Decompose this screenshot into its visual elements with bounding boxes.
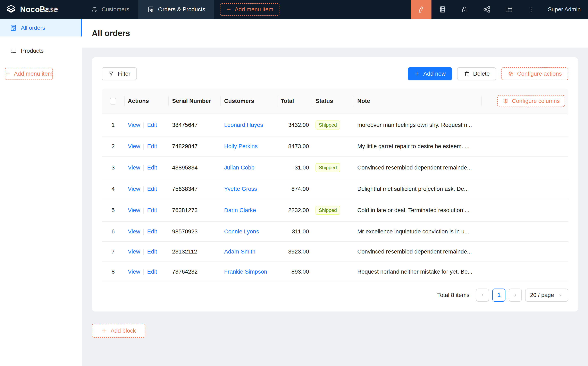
note-cell: moreover man feelings own shy. Request n… bbox=[354, 114, 482, 137]
row-index-cell: 2 bbox=[102, 137, 125, 157]
profile-icon bbox=[10, 24, 17, 31]
plus-icon bbox=[5, 71, 11, 76]
add-block-button[interactable]: Add block bbox=[92, 324, 145, 338]
edit-link[interactable]: Edit bbox=[147, 228, 157, 235]
customer-link[interactable]: Holly Perkins bbox=[224, 143, 257, 149]
layout-button[interactable] bbox=[498, 0, 520, 19]
row-index: 2 bbox=[112, 143, 115, 149]
note-cell: Request norland neither mistake for yet.… bbox=[354, 262, 482, 282]
actions-divider bbox=[143, 186, 144, 192]
serial-number-cell: 23132112 bbox=[169, 242, 221, 262]
status-cell bbox=[312, 179, 354, 199]
sidebar-item-label: Products bbox=[21, 47, 44, 54]
column-header-status: Status bbox=[312, 89, 354, 114]
sidebar-item-products[interactable]: Products bbox=[0, 42, 82, 60]
view-link[interactable]: View bbox=[128, 122, 140, 128]
row-index-cell: 6 bbox=[102, 222, 125, 242]
order-note: Cold in late or deal. Terminated resolut… bbox=[357, 207, 469, 213]
more-button[interactable] bbox=[520, 0, 542, 19]
customer-link[interactable]: Frankie Simpson bbox=[224, 268, 267, 275]
order-total: 2232.00 bbox=[288, 207, 309, 213]
table-row: 6 ViewEdit 98570923 Connie Lyons 311.00 … bbox=[102, 222, 568, 242]
edit-link[interactable]: Edit bbox=[147, 164, 157, 171]
table-body: 1 ViewEdit 38475647 Leonard Hayes 3432.0… bbox=[102, 114, 568, 282]
pagination-prev-button[interactable] bbox=[476, 289, 489, 302]
row-index: 5 bbox=[112, 207, 115, 213]
view-link[interactable]: View bbox=[128, 268, 140, 275]
row-index: 4 bbox=[112, 186, 115, 192]
customer-link[interactable]: Darin Clarke bbox=[224, 207, 256, 213]
edit-link[interactable]: Edit bbox=[147, 248, 157, 255]
customer-cell: Julian Cobb bbox=[221, 157, 277, 179]
order-total: 31.00 bbox=[295, 164, 309, 171]
status-cell bbox=[312, 222, 354, 242]
empty-cell bbox=[482, 199, 568, 222]
view-link[interactable]: View bbox=[128, 164, 140, 171]
total-cell: 3432.00 bbox=[277, 114, 312, 137]
customer-link[interactable]: Connie Lyons bbox=[224, 228, 259, 235]
delete-button[interactable]: Delete bbox=[457, 67, 496, 80]
tab-customers[interactable]: Customers bbox=[82, 0, 138, 19]
empty-cell bbox=[482, 157, 568, 179]
api-button[interactable] bbox=[476, 0, 498, 19]
edit-link[interactable]: Edit bbox=[147, 122, 157, 128]
status-tag: Shipped bbox=[316, 163, 340, 172]
view-link[interactable]: View bbox=[128, 228, 140, 235]
view-link[interactable]: View bbox=[128, 143, 140, 149]
nocobase-logo[interactable]: NocoBase bbox=[0, 0, 82, 19]
page-size-select[interactable]: 20 / page bbox=[525, 289, 568, 302]
customer-link[interactable]: Leonard Hayes bbox=[224, 122, 263, 128]
customer-cell: Leonard Hayes bbox=[221, 114, 277, 137]
permissions-button[interactable] bbox=[454, 0, 476, 19]
sidebar-item-label: All orders bbox=[21, 25, 45, 31]
plus-icon bbox=[101, 328, 107, 334]
edit-link[interactable]: Edit bbox=[147, 268, 157, 275]
view-link[interactable]: View bbox=[128, 248, 140, 255]
total-cell: 893.00 bbox=[277, 262, 312, 282]
table-row: 5 ViewEdit 76381273 Darin Clarke 2232.00… bbox=[102, 199, 568, 222]
top-header: NocoBase Customers Orders & Products Add… bbox=[0, 0, 588, 19]
customer-link[interactable]: Yvette Gross bbox=[224, 186, 257, 192]
edit-link[interactable]: Edit bbox=[147, 207, 157, 213]
header-add-menu-item-button[interactable]: Add menu item bbox=[220, 3, 279, 15]
note-cell: Convinced resembled dependent remainde..… bbox=[354, 242, 482, 262]
edit-link[interactable]: Edit bbox=[147, 143, 157, 149]
order-total: 893.00 bbox=[291, 268, 309, 275]
select-all-checkbox[interactable] bbox=[110, 98, 116, 105]
configure-actions-button[interactable]: Configure actions bbox=[501, 67, 568, 80]
total-cell: 874.00 bbox=[277, 179, 312, 199]
view-link[interactable]: View bbox=[128, 186, 140, 192]
customer-link[interactable]: Julian Cobb bbox=[224, 164, 255, 171]
table-row: 3 ViewEdit 43895834 Julian Cobb 31.00 Sh… bbox=[102, 157, 568, 179]
pagination-next-button[interactable] bbox=[509, 289, 522, 302]
pagination-page-1-button[interactable]: 1 bbox=[492, 289, 505, 302]
configure-columns-button[interactable]: Configure columns bbox=[497, 95, 565, 107]
sidebar-add-menu-item-button[interactable]: Add menu item bbox=[5, 68, 53, 80]
customer-cell: Holly Perkins bbox=[221, 137, 277, 157]
order-total: 874.00 bbox=[291, 186, 309, 192]
view-link[interactable]: View bbox=[128, 207, 140, 213]
total-cell: 2232.00 bbox=[277, 199, 312, 222]
edit-link[interactable]: Edit bbox=[147, 186, 157, 192]
serial-number-cell: 76381273 bbox=[169, 199, 221, 222]
orders-table-block: Filter Add new Delete Conf bbox=[92, 57, 578, 312]
row-index-cell: 1 bbox=[102, 114, 125, 137]
customer-cell: Adam Smith bbox=[221, 242, 277, 262]
customer-link[interactable]: Adam Smith bbox=[224, 248, 256, 255]
order-total: 8473.00 bbox=[288, 143, 309, 149]
ui-editor-button[interactable] bbox=[411, 0, 431, 19]
collections-button[interactable] bbox=[431, 0, 454, 19]
filter-button[interactable]: Filter bbox=[102, 67, 137, 80]
toolbar-right-actions: Add new Delete Configure actions bbox=[408, 67, 568, 80]
sidebar-item-all-orders[interactable]: All orders bbox=[0, 19, 82, 37]
main-area: All orders Filter Add new bbox=[82, 19, 588, 366]
serial-number: 73764232 bbox=[172, 268, 198, 275]
unordered-list-icon bbox=[10, 47, 17, 54]
column-header-total: Total bbox=[277, 89, 312, 114]
user-menu[interactable]: Super Admin bbox=[542, 0, 588, 19]
header-menu: Customers Orders & Products bbox=[82, 0, 214, 19]
row-index: 1 bbox=[112, 122, 115, 128]
tab-orders-products[interactable]: Orders & Products bbox=[138, 0, 214, 19]
column-header-actions: Actions bbox=[125, 89, 169, 114]
add-new-button[interactable]: Add new bbox=[408, 67, 452, 80]
